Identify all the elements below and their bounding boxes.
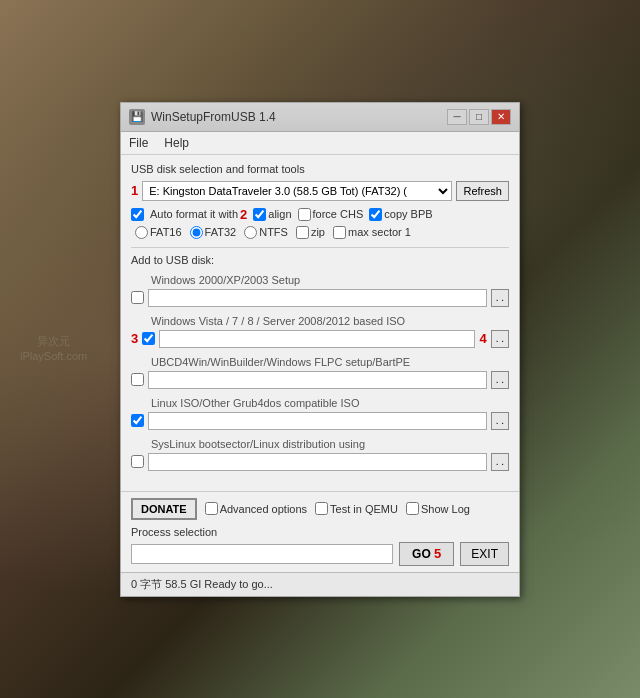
win2000-header: Windows 2000/XP/2003 Setup [131, 274, 509, 286]
ntfs-radio[interactable] [244, 226, 257, 239]
ubcd-header: UBCD4Win/WinBuilder/Windows FLPC setup/B… [131, 356, 509, 368]
step2-badge: 2 [240, 207, 247, 222]
go-button[interactable]: GO 5 [399, 542, 454, 566]
align-checkbox[interactable] [253, 208, 266, 221]
force-chs-checkbox[interactable] [298, 208, 311, 221]
ubcd-browse-button[interactable]: . . [491, 371, 509, 389]
zip-label: zip [296, 226, 325, 239]
ubcd-path[interactable] [148, 371, 487, 389]
usb-section-label: USB disk selection and format tools [131, 163, 509, 175]
step3-badge: 3 [131, 331, 138, 346]
win2000-browse-button[interactable]: . . [491, 289, 509, 307]
linux-item: Linux ISO/Other Grub4dos compatible ISO … [131, 397, 509, 430]
menu-help[interactable]: Help [160, 134, 193, 152]
advanced-options-checkbox[interactable] [205, 502, 218, 515]
show-log-label: Show Log [406, 502, 470, 515]
fat16-label: FAT16 [135, 226, 182, 239]
linux-browse-button[interactable]: . . [491, 412, 509, 430]
linux-header: Linux ISO/Other Grub4dos compatible ISO [131, 397, 509, 409]
step1-badge: 1 [131, 183, 138, 198]
win2000-path[interactable] [148, 289, 487, 307]
test-qemu-label: Test in QEMU [315, 502, 398, 515]
add-to-usb-label: Add to USB disk: [131, 254, 509, 266]
step5-badge: 5 [434, 546, 441, 561]
status-text: 0 字节 58.5 GI Ready to go... [131, 578, 273, 590]
go-row: GO 5 EXIT [131, 542, 509, 566]
donate-button[interactable]: DONATE [131, 498, 197, 520]
syslinux-path[interactable] [148, 453, 487, 471]
ubcd-item: UBCD4Win/WinBuilder/Windows FLPC setup/B… [131, 356, 509, 389]
linux-row: C:\iPlaySoft.com\Ubuntu.iso . . [131, 412, 509, 430]
menu-bar: File Help [121, 132, 519, 155]
auto-format-checkbox[interactable] [131, 208, 144, 221]
test-qemu-checkbox[interactable] [315, 502, 328, 515]
win2000-item: Windows 2000/XP/2003 Setup . . [131, 274, 509, 307]
title-bar: 💾 WinSetupFromUSB 1.4 ─ □ ✕ [121, 103, 519, 132]
restore-button[interactable]: □ [469, 109, 489, 125]
max-sector-checkbox[interactable] [333, 226, 346, 239]
exit-button[interactable]: EXIT [460, 542, 509, 566]
refresh-button[interactable]: Refresh [456, 181, 509, 201]
win2000-row: . . [131, 289, 509, 307]
vista-row: 3 C:\iPlaySoft.com\Windows8.iso 4 . . [131, 330, 509, 348]
win2000-checkbox[interactable] [131, 291, 144, 304]
align-label: align [253, 208, 291, 221]
divider1 [131, 247, 509, 248]
status-bar: 0 字节 58.5 GI Ready to go... [121, 572, 519, 596]
window-title: WinSetupFromUSB 1.4 [151, 110, 276, 124]
menu-file[interactable]: File [125, 134, 152, 152]
syslinux-row: . . [131, 453, 509, 471]
main-content: USB disk selection and format tools 1 E:… [121, 155, 519, 487]
vista-path[interactable]: C:\iPlaySoft.com\Windows8.iso [159, 330, 475, 348]
watermark: 异次元 iPlaySoft.com [20, 334, 87, 365]
options-row: DONATE Advanced options Test in QEMU Sho… [131, 498, 509, 520]
fat32-radio[interactable] [190, 226, 203, 239]
step4-badge: 4 [479, 331, 486, 346]
bottom-section: DONATE Advanced options Test in QEMU Sho… [121, 491, 519, 572]
linux-path[interactable]: C:\iPlaySoft.com\Ubuntu.iso [148, 412, 487, 430]
disk-select[interactable]: E: Kingston DataTraveler 3.0 (58.5 GB To… [142, 181, 452, 201]
app-icon: 💾 [129, 109, 145, 125]
ntfs-label: NTFS [244, 226, 288, 239]
process-label: Process selection [131, 526, 509, 538]
auto-format-row: Auto format it with 2 align force CHS co… [131, 207, 509, 222]
copy-bpb-checkbox[interactable] [369, 208, 382, 221]
close-button[interactable]: ✕ [491, 109, 511, 125]
syslinux-browse-button[interactable]: . . [491, 453, 509, 471]
fat16-radio[interactable] [135, 226, 148, 239]
advanced-options-label: Advanced options [205, 502, 307, 515]
ubcd-row: . . [131, 371, 509, 389]
vista-browse-button[interactable]: . . [491, 330, 509, 348]
vista-checkbox[interactable] [142, 332, 155, 345]
main-window: 💾 WinSetupFromUSB 1.4 ─ □ ✕ File Help US… [120, 102, 520, 597]
fs-options-row: FAT16 FAT32 NTFS zip max sector 1 [131, 226, 509, 239]
force-chs-label: force CHS [298, 208, 364, 221]
max-sector-label: max sector 1 [333, 226, 411, 239]
vista-header: Windows Vista / 7 / 8 / Server 2008/2012… [131, 315, 509, 327]
zip-checkbox[interactable] [296, 226, 309, 239]
minimize-button[interactable]: ─ [447, 109, 467, 125]
copy-bpb-label: copy BPB [369, 208, 432, 221]
ubcd-checkbox[interactable] [131, 373, 144, 386]
vista-item: Windows Vista / 7 / 8 / Server 2008/2012… [131, 315, 509, 348]
syslinux-header: SysLinux bootsector/Linux distribution u… [131, 438, 509, 450]
show-log-checkbox[interactable] [406, 502, 419, 515]
disk-selection-row: 1 E: Kingston DataTraveler 3.0 (58.5 GB … [131, 181, 509, 201]
fat32-label: FAT32 [190, 226, 237, 239]
process-input[interactable] [131, 544, 393, 564]
window-controls: ─ □ ✕ [447, 109, 511, 125]
auto-format-label: Auto format it with 2 [150, 207, 247, 222]
linux-checkbox[interactable] [131, 414, 144, 427]
syslinux-item: SysLinux bootsector/Linux distribution u… [131, 438, 509, 471]
syslinux-checkbox[interactable] [131, 455, 144, 468]
